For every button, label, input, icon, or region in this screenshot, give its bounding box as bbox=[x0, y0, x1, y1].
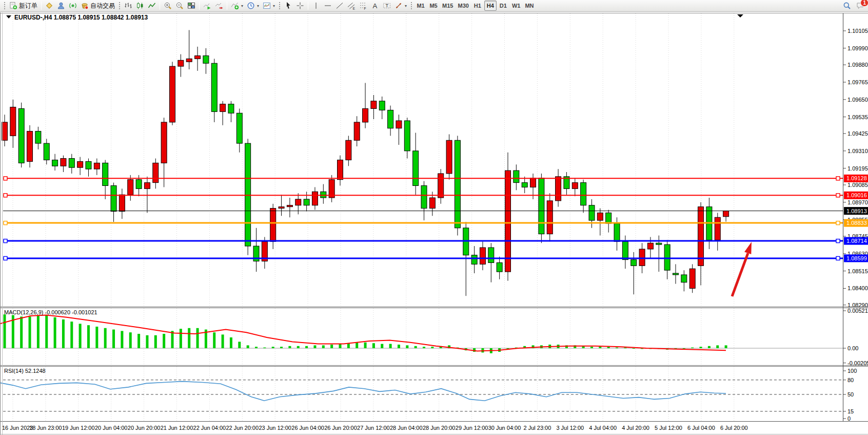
candle bbox=[128, 180, 133, 195]
rsi-indicator-label: RSI(14) 52.1248 bbox=[4, 368, 46, 374]
chart-canvas[interactable]: 1.101051.099901.098801.097651.096501.095… bbox=[0, 12, 868, 435]
channel-tool-button[interactable]: E bbox=[346, 1, 357, 11]
profile-button[interactable] bbox=[55, 1, 67, 11]
tile-windows-button[interactable] bbox=[186, 1, 197, 11]
toolbar-handle[interactable] bbox=[279, 2, 281, 10]
candle bbox=[471, 255, 477, 264]
level-anchor-left[interactable] bbox=[4, 194, 7, 197]
level-anchor-right[interactable] bbox=[836, 177, 840, 180]
rsi-tick-label: 50 bbox=[847, 391, 854, 398]
macd-histogram-bar bbox=[691, 348, 694, 348]
tf-M30-button[interactable]: M30 bbox=[456, 1, 470, 11]
tf-MN-button[interactable]: MN bbox=[523, 1, 536, 11]
macd-histogram-bar bbox=[62, 319, 65, 348]
zoom-out-button[interactable] bbox=[174, 1, 185, 11]
new-order-button-label: 新订单 bbox=[19, 2, 37, 10]
toolbar-handle[interactable] bbox=[4, 2, 6, 10]
macd-histogram-bar bbox=[389, 344, 392, 348]
macd-histogram-bar bbox=[616, 348, 618, 348]
level-anchor-left[interactable] bbox=[4, 221, 7, 225]
candle bbox=[354, 122, 360, 140]
chevron-down-icon: ▾ bbox=[257, 4, 259, 8]
level-anchor-right[interactable] bbox=[836, 256, 840, 260]
tf-W1-button[interactable]: W1 bbox=[510, 1, 523, 11]
candle bbox=[228, 104, 234, 114]
date-label: 27 Jun 12:00 bbox=[357, 425, 390, 431]
candle bbox=[547, 201, 553, 234]
periods-button[interactable]: ▾ bbox=[245, 1, 261, 11]
candle bbox=[35, 131, 41, 144]
toolbar: 新订单自动交易▾▾▾EFAT▾M1M5M15M30H1H4D1W1MN1 bbox=[0, 0, 868, 12]
signals-button[interactable] bbox=[67, 1, 78, 11]
candle bbox=[211, 63, 217, 111]
candle bbox=[396, 121, 402, 128]
macd-histogram-bar bbox=[70, 321, 73, 348]
macd-histogram-bar bbox=[163, 334, 165, 348]
tf-H4-button[interactable]: H4 bbox=[484, 1, 497, 11]
text-label-tool-button[interactable]: T bbox=[381, 1, 392, 11]
macd-histogram-bar bbox=[4, 314, 6, 348]
macd-histogram-bar bbox=[196, 328, 199, 348]
bar-chart-button[interactable] bbox=[123, 1, 134, 11]
date-label: 16 Jun 2023 bbox=[2, 425, 33, 431]
zoom-in-button[interactable] bbox=[162, 1, 173, 11]
candlestick-chart-button[interactable] bbox=[134, 1, 146, 11]
tf-D1-button[interactable]: D1 bbox=[497, 1, 509, 11]
macd-histogram-bar bbox=[222, 334, 224, 348]
candle bbox=[647, 243, 653, 249]
search-button[interactable] bbox=[841, 1, 853, 11]
level-anchor-right[interactable] bbox=[836, 221, 840, 225]
macd-histogram-bar bbox=[590, 347, 593, 348]
new-order-button[interactable]: 新订单 bbox=[8, 1, 39, 11]
autotrade-button[interactable]: 自动交易 bbox=[79, 1, 116, 11]
fibonacci-tool-button[interactable]: F bbox=[358, 1, 369, 11]
candle bbox=[589, 205, 595, 220]
candle bbox=[170, 66, 175, 122]
auto-scroll-button[interactable] bbox=[202, 1, 213, 11]
trendline-tool-button[interactable] bbox=[334, 1, 345, 11]
cursor-tool-button[interactable] bbox=[283, 1, 294, 11]
price-tick-label: 1.08970 bbox=[847, 199, 868, 205]
vertical-line-tool-button[interactable] bbox=[310, 1, 322, 11]
chart-shift-button[interactable] bbox=[213, 1, 225, 11]
horizontal-line-tool-button[interactable] bbox=[322, 1, 333, 11]
text-tool-button[interactable]: A bbox=[369, 1, 381, 11]
toolbar-handle[interactable] bbox=[119, 2, 121, 10]
candle bbox=[488, 248, 494, 262]
date-label: 26 Jun 20:00 bbox=[324, 425, 357, 431]
tf-M1-button[interactable]: M1 bbox=[415, 1, 427, 11]
candle bbox=[505, 171, 511, 272]
level-anchor-right[interactable] bbox=[836, 194, 840, 197]
indicators-button[interactable]: ▾ bbox=[229, 1, 245, 11]
bars-icon bbox=[124, 2, 132, 10]
level-anchor-left[interactable] bbox=[4, 256, 7, 260]
price-tick-label: 1.09310 bbox=[847, 148, 868, 154]
candle bbox=[572, 183, 578, 189]
tf-M15-button[interactable]: M15 bbox=[440, 1, 455, 11]
gold-button[interactable] bbox=[44, 1, 55, 11]
date-label: 19 Jun 12:00 bbox=[62, 425, 95, 431]
level-anchor-left[interactable] bbox=[4, 177, 7, 180]
toolbar-handle[interactable] bbox=[410, 2, 412, 10]
candle bbox=[429, 198, 435, 209]
candle bbox=[606, 213, 611, 223]
price-tick-label: 1.09085 bbox=[847, 182, 868, 188]
candle bbox=[723, 211, 729, 217]
crosshair-tool-button[interactable] bbox=[294, 1, 306, 11]
chat-button[interactable]: 1 bbox=[855, 1, 866, 11]
line-chart-button[interactable] bbox=[146, 1, 157, 11]
date-label: 4 Jul 20:00 bbox=[622, 425, 649, 431]
current-price-badge-label: 1.08913 bbox=[846, 208, 867, 214]
tf-M5-button[interactable]: M5 bbox=[427, 1, 440, 11]
tf-H1-button[interactable]: H1 bbox=[471, 1, 484, 11]
candle bbox=[119, 195, 125, 211]
gold-icon bbox=[45, 2, 53, 10]
level-anchor-right[interactable] bbox=[836, 239, 840, 243]
level-anchor-left[interactable] bbox=[4, 239, 7, 243]
templates-button[interactable]: ▾ bbox=[261, 1, 277, 11]
chart-window[interactable]: 1.101051.099901.098801.097651.096501.095… bbox=[0, 12, 868, 435]
price-tick-label: 1.09425 bbox=[847, 130, 868, 137]
arrows-tool-button[interactable]: ▾ bbox=[393, 1, 408, 11]
chart-title: EURUSD-,H4 1.08875 1.08915 1.08842 1.089… bbox=[14, 14, 148, 21]
macd-histogram-bar bbox=[607, 347, 610, 348]
